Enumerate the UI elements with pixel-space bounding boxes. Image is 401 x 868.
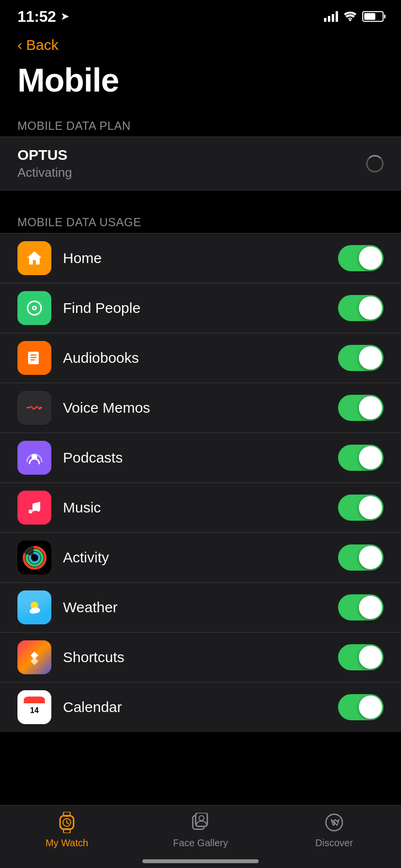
discover-label: Discover xyxy=(315,837,353,849)
home-app-name: Home xyxy=(63,250,326,266)
app-list: Home Find People xyxy=(0,233,401,732)
svg-text:14: 14 xyxy=(30,706,39,714)
list-item[interactable]: Find People xyxy=(0,283,401,333)
svg-rect-8 xyxy=(21,544,48,571)
calendar-toggle[interactable] xyxy=(338,694,384,720)
facegallery-label: Face Gallery xyxy=(173,837,228,849)
battery-icon xyxy=(362,11,384,22)
svg-point-6 xyxy=(29,510,32,513)
plan-provider: OPTUS xyxy=(17,147,72,163)
music-toggle-knob xyxy=(359,496,382,519)
music-toggle[interactable] xyxy=(338,495,384,521)
shortcuts-toggle[interactable] xyxy=(338,644,384,670)
activity-toggle-knob xyxy=(359,546,382,569)
voicememos-app-icon xyxy=(17,391,51,425)
findpeople-toggle[interactable] xyxy=(338,295,384,321)
svg-point-2 xyxy=(33,307,35,309)
plan-row[interactable]: OPTUS Activating xyxy=(0,137,401,190)
activity-toggle[interactable] xyxy=(338,544,384,571)
facegallery-icon xyxy=(188,810,213,835)
svg-rect-20 xyxy=(24,701,45,703)
weather-app-name: Weather xyxy=(63,599,326,616)
home-toggle[interactable] xyxy=(338,245,384,271)
spacer xyxy=(0,190,401,210)
location-icon: ➤ xyxy=(61,10,69,23)
home-app-icon xyxy=(17,241,51,275)
plan-status: Activating xyxy=(17,165,72,180)
svg-point-7 xyxy=(36,508,40,512)
tab-mywatch[interactable]: My Watch xyxy=(0,810,134,849)
tab-bar: My Watch Face Gallery Discover xyxy=(0,805,401,868)
activity-app-icon xyxy=(17,541,51,574)
svg-line-25 xyxy=(67,822,69,824)
shortcuts-app-name: Shortcuts xyxy=(63,649,326,666)
list-item[interactable]: Home xyxy=(0,233,401,283)
mywatch-label: My Watch xyxy=(46,837,88,849)
svg-rect-4 xyxy=(22,396,46,420)
audiobooks-toggle-knob xyxy=(359,346,382,370)
back-label[interactable]: Back xyxy=(26,37,59,53)
audiobooks-app-icon xyxy=(17,341,51,375)
findpeople-app-icon xyxy=(17,291,51,325)
back-navigation[interactable]: ‹ Back xyxy=(0,29,401,57)
audiobooks-toggle[interactable] xyxy=(338,345,384,371)
svg-point-17 xyxy=(30,609,36,614)
podcasts-toggle[interactable] xyxy=(338,445,384,471)
list-item[interactable]: Weather xyxy=(0,583,401,633)
list-item[interactable]: Audiobooks xyxy=(0,333,401,383)
list-item[interactable]: Podcasts xyxy=(0,433,401,483)
discover-icon xyxy=(322,810,346,835)
music-app-name: Music xyxy=(63,499,326,516)
voicememos-toggle-knob xyxy=(359,396,382,419)
mobile-data-plan-header: MOBILE DATA PLAN xyxy=(0,113,401,137)
wifi-icon xyxy=(344,12,356,21)
back-chevron-icon: ‹ xyxy=(17,38,22,52)
list-item[interactable]: Shortcuts xyxy=(0,633,401,682)
status-time: 11:52 xyxy=(17,8,56,26)
signal-icon xyxy=(324,11,338,22)
list-item[interactable]: Music xyxy=(0,483,401,533)
list-item[interactable]: Activity xyxy=(0,533,401,583)
home-toggle-knob xyxy=(359,247,382,270)
activity-app-name: Activity xyxy=(63,549,326,566)
voicememos-app-name: Voice Memos xyxy=(63,400,326,416)
list-item[interactable]: Voice Memos xyxy=(0,383,401,433)
voicememos-toggle[interactable] xyxy=(338,395,384,421)
calendar-app-name: Calendar xyxy=(63,699,326,715)
status-icons xyxy=(324,11,384,22)
tab-facegallery[interactable]: Face Gallery xyxy=(134,810,267,849)
status-bar: 11:52 ➤ xyxy=(0,0,401,29)
mywatch-icon xyxy=(55,810,79,835)
svg-point-33 xyxy=(333,822,335,823)
tab-discover[interactable]: Discover xyxy=(267,810,401,849)
audiobooks-app-name: Audiobooks xyxy=(63,350,326,366)
weather-app-icon xyxy=(17,590,51,624)
weather-toggle-knob xyxy=(359,596,382,619)
svg-rect-30 xyxy=(196,813,207,826)
calendar-toggle-knob xyxy=(359,696,382,719)
page-title: Mobile xyxy=(0,57,401,113)
findpeople-app-name: Find People xyxy=(63,300,326,316)
mobile-data-usage-header: MOBILE DATA USAGE xyxy=(0,210,401,233)
podcasts-app-name: Podcasts xyxy=(63,450,326,466)
shortcuts-toggle-knob xyxy=(359,646,382,669)
weather-toggle[interactable] xyxy=(338,594,384,620)
home-indicator xyxy=(142,859,259,863)
calendar-app-icon: 14 xyxy=(17,690,51,724)
music-app-icon xyxy=(17,491,51,525)
podcasts-app-icon xyxy=(17,441,51,475)
activating-spinner xyxy=(366,155,384,172)
podcasts-toggle-knob xyxy=(359,446,382,469)
findpeople-toggle-knob xyxy=(359,296,382,320)
shortcuts-app-icon xyxy=(17,640,51,674)
list-item[interactable]: 14 Calendar xyxy=(0,682,401,732)
